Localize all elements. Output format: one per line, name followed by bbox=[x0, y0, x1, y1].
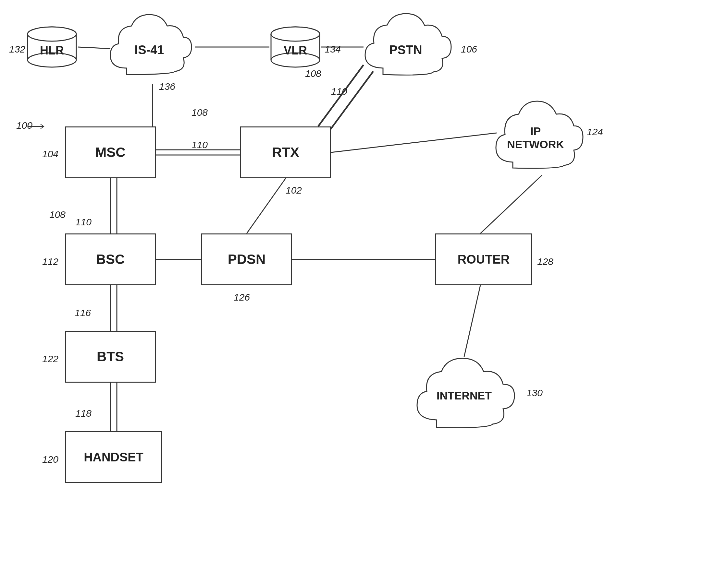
rtx-node: RTX bbox=[240, 127, 331, 178]
router-ref: 128 bbox=[537, 256, 553, 267]
diagram-container: 100 HLR 132 IS-41 136 bbox=[0, 0, 728, 583]
ref-118: 118 bbox=[75, 408, 92, 419]
svg-line-10 bbox=[480, 175, 542, 233]
pstn-ref: 106 bbox=[461, 44, 477, 55]
internet-label: INTERNET bbox=[437, 389, 492, 402]
hlr-node: HLR bbox=[26, 26, 78, 68]
ref-110-msc-rtx: 110 bbox=[191, 139, 208, 150]
internet-node: INTERNET bbox=[406, 350, 523, 435]
is41-label: IS-41 bbox=[135, 43, 164, 58]
svg-line-16 bbox=[247, 178, 286, 233]
pdsn-node: PDSN bbox=[201, 233, 292, 285]
ip-network-ref: 124 bbox=[587, 127, 603, 137]
ref-100-arrow bbox=[28, 121, 47, 131]
svg-line-3 bbox=[331, 133, 497, 152]
vlr-ref: 134 bbox=[324, 44, 341, 55]
ref-108-msc-rtx: 108 bbox=[191, 107, 208, 118]
svg-point-32 bbox=[271, 27, 320, 41]
msc-node: MSC bbox=[65, 127, 156, 178]
pstn-label: PSTN bbox=[389, 43, 422, 58]
bts-ref: 122 bbox=[42, 354, 58, 364]
ref-108-pstn-rtx: 108 bbox=[305, 68, 321, 79]
ref-116: 116 bbox=[75, 307, 91, 318]
handset-ref: 120 bbox=[42, 454, 58, 465]
router-node: ROUTER bbox=[435, 233, 532, 285]
msc-ref: 104 bbox=[42, 148, 58, 160]
bts-node: BTS bbox=[65, 331, 156, 383]
bsc-node: BSC bbox=[65, 233, 156, 285]
handset-node: HANDSET bbox=[65, 431, 162, 483]
ref-110-pstn-rtx: 110 bbox=[331, 86, 347, 97]
hlr-label: HLR bbox=[40, 44, 64, 57]
rtx-ref: 102 bbox=[286, 185, 302, 196]
vlr-label: VLR bbox=[284, 44, 307, 57]
is41-ref: 136 bbox=[159, 81, 175, 92]
svg-line-15 bbox=[464, 285, 480, 357]
hlr-ref: 132 bbox=[9, 44, 25, 55]
ip-network-node: IPNETWORK bbox=[487, 87, 584, 178]
bsc-ref: 112 bbox=[42, 256, 58, 267]
internet-ref: 130 bbox=[526, 387, 543, 398]
ref-108-msc-bsc: 108 bbox=[49, 209, 66, 220]
ref-110-msc-bsc: 110 bbox=[75, 217, 92, 228]
pstn-node: PSTN bbox=[354, 10, 458, 84]
svg-point-26 bbox=[28, 27, 76, 41]
ip-network-label: IPNETWORK bbox=[507, 124, 564, 151]
pdsn-ref: 126 bbox=[234, 292, 250, 303]
vlr-node: VLR bbox=[269, 26, 321, 68]
is41-node: IS-41 bbox=[101, 10, 198, 84]
connection-lines bbox=[0, 0, 728, 583]
